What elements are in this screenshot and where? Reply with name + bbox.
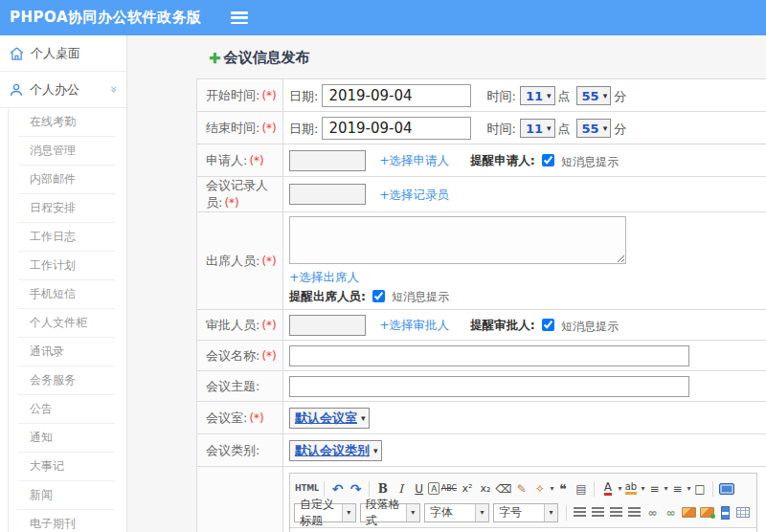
font-family-select[interactable]: 字体▾ [424,503,489,522]
sidebar-item-notice[interactable]: 通知 [18,424,115,453]
rich-text-editor: HTML ↶ ↷ B I U A ABC x² x₂ ⌫ [289,473,757,532]
sidebar-item-internal-mail[interactable]: 内部邮件 [18,166,115,194]
form-row-start-time: 开始时间:(*) 日期: 时间:11点55分 [197,79,766,112]
sidebar-item-label: 个人办公 [30,81,111,99]
underline-button[interactable]: U [410,479,428,499]
end-date-input[interactable] [322,117,471,140]
time-label: 时间: [487,89,516,103]
main-content: ✚ 会议信息发布 开始时间:(*) 日期: 时间:11点55分 结束时间:(*)… [128,35,766,532]
date-label: 日期: [289,89,318,103]
choose-recorder-link[interactable]: +选择记录员 [379,188,449,202]
paste-icon[interactable]: ▤ [572,479,590,499]
sidebar: 个人桌面 个人办公 » 在线考勤 消息管理 内部邮件 日程安排 工作日志 工作计… [0,35,127,532]
home-icon [10,47,24,60]
start-date-input[interactable] [322,84,471,107]
redo-icon[interactable]: ↷ [347,479,365,499]
sidebar-item-file-cabinet[interactable]: 个人文件柜 [18,309,115,338]
sidebar-item-e-journal[interactable]: 电子期刊 [18,510,115,532]
form-row-meeting-subject: 会议主题: [197,371,766,402]
subscript-button[interactable]: x₂ [476,479,494,499]
undo-icon[interactable]: ↶ [328,479,347,499]
font-color-button[interactable]: A [598,479,617,499]
auto-typeset-icon[interactable]: ✧ [530,479,549,499]
unordered-list-button[interactable]: ≡ [667,479,686,499]
chevron-double-down-icon: » [108,86,123,94]
eraser-icon[interactable]: ⌫ [494,479,512,499]
sidebar-item-work-plan[interactable]: 工作计划 [18,252,115,280]
form-row-meeting-category: 会议类别: 默认会议类别 [197,434,766,467]
format-painter-icon[interactable]: ✎ [512,479,530,499]
applicant-input[interactable] [289,150,366,171]
upload-image-icon[interactable] [698,503,716,522]
page-break-icon[interactable] [716,503,734,522]
attendees-textarea[interactable] [289,216,626,264]
editor-content-area[interactable] [290,528,756,532]
font-style-button[interactable]: A [428,482,439,495]
remind-approver-label: 提醒审批人: [470,318,535,332]
end-hour-select[interactable]: 11 [520,119,555,138]
start-hour-select[interactable]: 11 [520,86,555,105]
fullscreen-icon[interactable] [717,479,735,499]
meeting-name-input[interactable] [289,345,689,366]
end-minute-select[interactable]: 55 [576,119,612,138]
html-source-button[interactable]: HTML [294,479,320,499]
sidebar-item-attendance[interactable]: 在线考勤 [18,108,115,137]
recorder-input[interactable] [289,184,366,205]
insert-table-icon[interactable] [734,503,753,522]
sidebar-submenu: 在线考勤 消息管理 内部邮件 日程安排 工作日志 工作计划 手机短信 个人文件柜… [8,108,126,532]
strikethrough-button[interactable]: ABC [439,479,458,499]
app-title: PHPOA协同办公软件政务版 [0,9,202,27]
time-label: 时间: [487,122,516,136]
sidebar-item-sms[interactable]: 手机短信 [18,280,115,309]
sidebar-item-contacts[interactable]: 通讯录 [18,338,115,366]
form-row-meeting-name: 会议名称:(*) [197,341,766,371]
choose-applicant-link[interactable]: +选择申请人 [379,153,449,167]
heading-select[interactable]: 自定义标题▾ [294,503,356,522]
approver-sms-checkbox[interactable] [542,319,554,331]
form-row-approver: 审批人员:(*) +选择审批人 提醒审批人: 短消息提示 [197,310,766,341]
form-row-meeting-room: 会议室:(*) 默认会议室 [197,402,766,434]
font-size-select[interactable]: 字号▾ [493,503,558,522]
ordered-list-button[interactable]: ≡ [644,479,663,499]
meeting-form: 开始时间:(*) 日期: 时间:11点55分 结束时间:(*) 日期: 时间:1… [196,78,766,532]
form-row-recorder: 会议记录人员:(*) +选择记录员 [197,177,766,212]
italic-button[interactable]: I [392,479,410,499]
paragraph-format-select[interactable]: 段落格式▾ [360,503,420,522]
sidebar-item-announcement[interactable]: 公告 [18,395,115,424]
bold-button[interactable]: B [373,479,392,499]
insert-link-icon[interactable]: ∞ [643,503,662,522]
remove-link-icon[interactable]: ∞ [662,503,680,522]
applicant-sms-checkbox[interactable] [542,154,554,166]
superscript-button[interactable]: x² [458,479,476,499]
sidebar-item-schedule[interactable]: 日程安排 [18,194,115,223]
start-minute-select[interactable]: 55 [576,86,612,105]
meeting-category-select[interactable]: 默认会议类别 [289,440,382,461]
new-page-icon[interactable]: □ [690,479,709,499]
sidebar-item-meeting-service[interactable]: 会务服务 [18,366,115,395]
sidebar-item-news[interactable]: 新闻 [18,481,115,510]
align-center-icon[interactable] [589,503,607,522]
blockquote-icon[interactable]: ❝ [553,479,572,499]
sidebar-item-work-log[interactable]: 工作日志 [18,223,115,252]
add-icon: ✚ [209,50,221,67]
insert-image-icon[interactable] [680,503,698,522]
align-justify-icon[interactable] [625,503,643,522]
menu-icon[interactable] [231,11,248,24]
page-title: ✚ 会议信息发布 [209,49,310,67]
topbar: PHPOA协同办公软件政务版 [0,0,766,35]
form-row-attendees: 出席人员:(*) +选择出席人 提醒出席人员: 短消息提示 [197,212,766,310]
choose-attendees-link[interactable]: +选择出席人 [289,270,359,284]
approver-input[interactable] [289,315,366,336]
highlight-button[interactable]: ab [621,479,640,499]
sidebar-item-messages[interactable]: 消息管理 [18,137,115,166]
choose-approver-link[interactable]: +选择审批人 [379,318,449,332]
meeting-room-select[interactable]: 默认会议室 [289,408,370,429]
sidebar-item-desktop[interactable]: 个人桌面 [0,35,126,72]
meeting-subject-input[interactable] [289,376,689,397]
sidebar-item-office[interactable]: 个人办公 » [0,72,126,108]
align-left-icon[interactable] [571,503,589,522]
sidebar-item-memorabilia[interactable]: 大事记 [18,453,115,481]
editor-toolbar: HTML ↶ ↷ B I U A ABC x² x₂ ⌫ [290,474,756,528]
attendees-sms-checkbox[interactable] [372,290,385,302]
align-right-icon[interactable] [607,503,625,522]
